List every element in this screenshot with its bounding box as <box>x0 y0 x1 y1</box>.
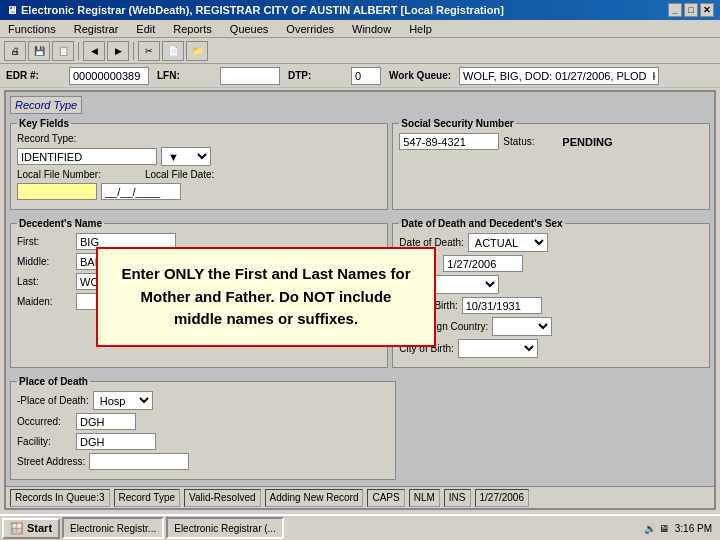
toolbar-btn-2[interactable]: 💾 <box>28 41 50 61</box>
dod-date-input[interactable] <box>443 255 523 272</box>
place-select[interactable]: Hosp <box>93 391 153 410</box>
record-type-label-field: Record Type: <box>17 133 76 144</box>
sex-row <box>399 275 703 294</box>
place-label: -Place of Death: <box>17 395 89 406</box>
work-queue-label: Work Queue: <box>389 70 451 81</box>
record-type-row: Record Type: <box>17 133 381 144</box>
maiden-label: Maiden: <box>17 296 72 307</box>
status-label: Status: <box>503 136 558 147</box>
menu-help[interactable]: Help <box>405 23 436 35</box>
facility-input[interactable] <box>76 433 156 450</box>
toolbar-btn-4[interactable]: ◀ <box>83 41 105 61</box>
record-type-input-row: ▼ <box>17 147 381 166</box>
foreign-select[interactable] <box>492 317 552 336</box>
toolbar-btn-7[interactable]: 📄 <box>162 41 184 61</box>
street-input[interactable] <box>89 453 189 470</box>
work-queue-input[interactable] <box>459 67 659 85</box>
dtp-label: DTP: <box>288 70 343 81</box>
title-bar-left: 🖥 Electronic Registrar (WebDeath), REGIS… <box>6 4 504 16</box>
foreign-row: re: Foreign Country: <box>399 317 703 336</box>
taskbar-right: 🔊 🖥 3:16 PM <box>644 523 718 534</box>
decedent-name-legend: Decedent's Name <box>17 218 104 229</box>
social-security-section: Social Security Number Status: PENDING <box>392 118 710 210</box>
maximize-button[interactable]: □ <box>684 3 698 17</box>
ssn-row: Status: PENDING <box>399 133 703 150</box>
status-date: 1/27/2006 <box>475 489 530 507</box>
dod-date-row: Type: <box>399 255 703 272</box>
menu-queues[interactable]: Queues <box>226 23 273 35</box>
bottom-row: Place of Death -Place of Death: Hosp Occ… <box>10 376 710 484</box>
first-label: First: <box>17 236 72 247</box>
minimize-button[interactable]: _ <box>668 3 682 17</box>
menu-overrides[interactable]: Overrides <box>282 23 338 35</box>
place-of-death-section: Place of Death -Place of Death: Hosp Occ… <box>10 376 396 480</box>
social-security-legend: Social Security Number <box>399 118 515 129</box>
toolbar-sep-2 <box>133 42 134 60</box>
tooltip-text: Enter ONLY the First and Last Names for … <box>121 265 410 327</box>
middle-label: Middle: <box>17 256 72 267</box>
lfn-input[interactable] <box>220 67 280 85</box>
toolbar-btn-5[interactable]: ▶ <box>107 41 129 61</box>
status-bar: Records In Queue:3 Record Type Valid-Res… <box>6 486 714 508</box>
toolbar-btn-6[interactable]: ✂ <box>138 41 160 61</box>
taskbar: 🪟 Start Electronic Registr... Electronic… <box>0 514 720 540</box>
status-records: Records In Queue:3 <box>10 489 110 507</box>
local-file-date-input[interactable] <box>101 183 181 200</box>
record-type-label: Record Type <box>10 96 82 114</box>
occurred-input[interactable] <box>76 413 136 430</box>
edr-input[interactable] <box>69 67 149 85</box>
dod-select[interactable]: ACTUAL <box>468 233 548 252</box>
last-label: Last: <box>17 276 72 287</box>
start-button[interactable]: 🪟 Start <box>2 518 60 539</box>
record-type-select[interactable]: ▼ <box>161 147 211 166</box>
taskbar-item-1[interactable]: Electronic Registr... <box>62 517 164 539</box>
title-text: Electronic Registrar (WebDeath), REGISTR… <box>21 4 504 16</box>
occurred-label: Occurred: <box>17 416 72 427</box>
local-file-date-label: Local File Date: <box>145 169 214 180</box>
menu-registrar[interactable]: Registrar <box>70 23 123 35</box>
edr-bar: EDR #: LFN: DTP: Work Queue: <box>0 64 720 88</box>
date-of-death-legend: Date of Death and Decedent's Sex <box>399 218 564 229</box>
title-bar-controls[interactable]: _ □ ✕ <box>668 3 714 17</box>
record-type-input[interactable] <box>17 148 157 165</box>
status-caps: CAPS <box>367 489 404 507</box>
taskbar-item-2[interactable]: Electronic Registrar (... <box>166 517 284 539</box>
taskbar-icons: 🔊 🖥 <box>644 523 669 534</box>
menu-functions[interactable]: Functions <box>4 23 60 35</box>
toolbar-btn-1[interactable]: 🖨 <box>4 41 26 61</box>
main-content: Record Type Key Fields Record Type: ▼ Lo… <box>4 90 716 510</box>
occurred-row: Occurred: <box>17 413 389 430</box>
app-icon: 🖥 <box>6 4 17 16</box>
edr-label: EDR #: <box>6 70 61 81</box>
menu-reports[interactable]: Reports <box>169 23 216 35</box>
top-sections: Key Fields Record Type: ▼ Local File Num… <box>10 118 710 214</box>
toolbar-btn-8[interactable]: 📁 <box>186 41 208 61</box>
street-label: Street Address: <box>17 456 85 467</box>
dod-row: Date of Death: ACTUAL <box>399 233 703 252</box>
city-birth-select[interactable] <box>458 339 538 358</box>
local-file-inputs-row <box>17 183 381 200</box>
tooltip-overlay: Enter ONLY the First and Last Names for … <box>96 247 436 347</box>
toolbar-btn-3[interactable]: 📋 <box>52 41 74 61</box>
status-nlm: NLM <box>409 489 440 507</box>
menu-bar: Functions Registrar Edit Reports Queues … <box>0 20 720 38</box>
menu-edit[interactable]: Edit <box>132 23 159 35</box>
toolbar: 🖨 💾 📋 ◀ ▶ ✂ 📄 📁 <box>0 38 720 64</box>
close-button[interactable]: ✕ <box>700 3 714 17</box>
start-icon: 🪟 <box>10 522 24 535</box>
menu-window[interactable]: Window <box>348 23 395 35</box>
dob-input[interactable] <box>462 297 542 314</box>
place-death-row: -Place of Death: Hosp <box>17 391 389 410</box>
place-of-death-legend: Place of Death <box>17 376 90 387</box>
title-bar: 🖥 Electronic Registrar (WebDeath), REGIS… <box>0 0 720 20</box>
local-file-row: Local File Number: Local File Date: <box>17 169 381 180</box>
ssn-input[interactable] <box>399 133 499 150</box>
status-adding-new: Adding New Record <box>265 489 364 507</box>
status-valid-resolved: Valid-Resolved <box>184 489 261 507</box>
start-label: Start <box>27 522 52 534</box>
status-ins: INS <box>444 489 471 507</box>
local-file-number-input[interactable] <box>17 183 97 200</box>
dtp-input[interactable] <box>351 67 381 85</box>
street-row: Street Address: <box>17 453 389 470</box>
toolbar-sep-1 <box>78 42 79 60</box>
